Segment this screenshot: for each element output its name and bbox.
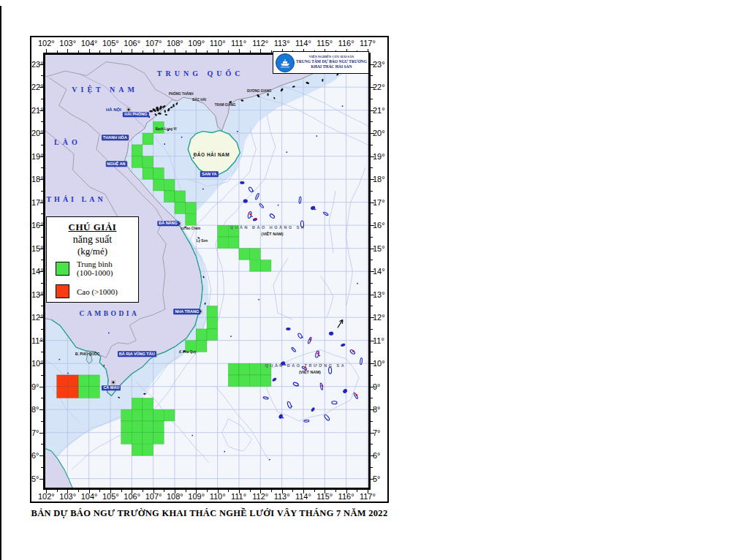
lat-axis-label-left: 7°: [31, 428, 39, 437]
legend-item-medium-label: Trung bình (100-1000): [77, 260, 113, 277]
axis-tick: [371, 179, 374, 180]
forecast-cell-medium: [89, 387, 100, 398]
label-quần-đảo-hoàng-sa: QUẦN ĐẢO HOÀNG SA: [230, 225, 306, 230]
axis-tick: [371, 409, 374, 410]
lat-axis-label-left: 9°: [31, 382, 39, 391]
country-label-việt-nam: VIỆT NAM: [72, 86, 138, 94]
city-label-thanh-hóa: THANH HÓA: [102, 135, 129, 141]
forecast-cell-medium: [143, 433, 153, 444]
axis-tick: [371, 87, 374, 88]
axis-tick: [41, 398, 43, 398]
axis-tick: [292, 490, 293, 492]
axis-tick: [99, 50, 100, 53]
forecast-cell-medium: [250, 249, 261, 260]
axis-tick: [143, 490, 143, 492]
axis-tick: [39, 341, 43, 341]
small-label-trạm-giang: TRẠM GIANG: [214, 102, 235, 106]
page: 102°102°103°103°104°104°105°105°106°106°…: [0, 0, 755, 560]
label-archipelago-sub: (VIỆT NAM): [299, 370, 321, 374]
country-label-trung-quốc: TRUNG QUỐC: [157, 69, 244, 77]
axis-tick: [41, 421, 43, 422]
axis-tick: [371, 283, 373, 284]
lon-axis-label-top: 114°: [295, 39, 311, 48]
forecast-cell-medium: [260, 260, 271, 271]
forecast-cell-medium: [143, 444, 153, 455]
legend-unit-line1: năng suất: [47, 234, 138, 246]
map-caption: BẢN DỰ BÁO NGƯ TRƯỜNG KHAI THÁC NGHỀ LƯỚ…: [30, 508, 389, 519]
axis-tick: [228, 490, 229, 492]
forecast-cell-medium: [78, 375, 89, 387]
forecast-cell-medium: [132, 398, 143, 409]
axis-tick: [186, 490, 186, 492]
axis-tick: [271, 490, 272, 492]
forecast-cell-medium: [239, 249, 250, 260]
forecast-cell-medium: [228, 375, 239, 387]
axis-tick: [250, 490, 251, 492]
small-label-lý-sơn: Lý Sơn: [197, 238, 208, 242]
axis-tick: [371, 295, 374, 295]
axis-tick: [39, 317, 43, 318]
legend-item-high: Cao (>1000): [56, 284, 118, 298]
small-label-bắc-hải: BẮC HẢI: [192, 98, 206, 102]
forecast-cell-medium: [153, 167, 164, 179]
axis-tick: [41, 467, 43, 468]
axis-tick: [371, 167, 373, 168]
axis-tick: [260, 490, 261, 493]
lon-axis-label-top: 103°: [59, 39, 76, 48]
axis-tick: [371, 329, 373, 330]
axis-tick: [346, 490, 347, 493]
lon-axis-label-top: 111°: [231, 39, 246, 48]
axis-tick: [371, 455, 374, 456]
forecast-cell-medium: [250, 363, 261, 375]
axis-tick: [175, 490, 175, 493]
axis-tick: [371, 156, 374, 157]
axis-tick: [164, 50, 164, 53]
axis-tick: [371, 398, 373, 398]
axis-tick: [39, 295, 43, 295]
axis-tick: [39, 156, 43, 157]
forecast-cell-medium: [207, 329, 218, 341]
axis-tick: [46, 490, 47, 493]
lon-axis-label-top: 113°: [274, 39, 290, 48]
axis-tick: [41, 329, 43, 330]
axis-tick: [41, 213, 43, 214]
city-label-hải-phòng: HẢI PHÒNG: [123, 112, 148, 118]
axis-tick: [196, 49, 197, 53]
axis-tick: [39, 133, 43, 134]
lon-axis-label-top: 115°: [316, 39, 333, 48]
legend-unit-line2: (kg/mẻ): [47, 246, 138, 257]
axis-tick: [39, 225, 43, 226]
axis-tick: [110, 49, 111, 53]
lon-axis-label-top: 106°: [124, 39, 140, 48]
lat-axis-label-left: 5°: [31, 474, 39, 483]
axis-tick: [41, 283, 43, 284]
city-label-san-ya: SAN YA: [200, 171, 218, 177]
axis-tick: [67, 490, 68, 493]
axis-tick: [39, 479, 43, 480]
lat-axis-label-right: 22°: [373, 83, 385, 91]
axis-tick: [121, 490, 122, 492]
forecast-cell-medium: [153, 409, 164, 421]
forecast-cell-medium: [250, 375, 261, 387]
axis-tick: [371, 433, 374, 434]
label-đảo-hải-nam: ĐẢO HẢI NAM: [194, 152, 230, 157]
lon-axis-label-top: 109°: [188, 39, 205, 48]
axis-tick: [271, 50, 272, 53]
axis-tick: [39, 203, 43, 203]
forecast-cell-high: [57, 387, 68, 398]
forecast-cell-medium: [207, 317, 218, 329]
city-dot-hà-nội: [126, 108, 130, 112]
page-left-border: [0, 6, 1, 560]
lat-axis-label-right: 16°: [373, 221, 385, 230]
forecast-cell-medium: [143, 167, 153, 179]
axis-tick: [39, 110, 43, 111]
axis-tick: [99, 490, 100, 492]
city-label-nha-trang: NHA TRANG: [173, 309, 200, 315]
axis-tick: [41, 99, 43, 99]
forecast-cell-medium: [132, 145, 143, 156]
axis-tick: [371, 260, 373, 260]
axis-tick: [371, 237, 373, 238]
small-label-bạch-long-vĩ: Bạch Long Vĩ: [156, 127, 177, 131]
lat-axis-label-right: 13°: [373, 290, 385, 299]
axis-tick: [218, 490, 219, 493]
